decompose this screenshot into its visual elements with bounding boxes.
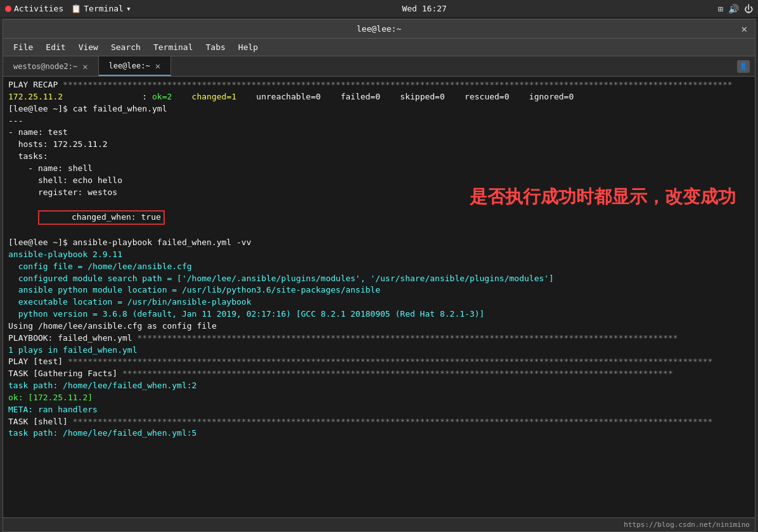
terminal-line: PLAYBOOK: failed_when.yml **************… [8, 332, 750, 345]
terminal-line: python version = 3.6.8 (default, Jan 11 … [8, 308, 750, 320]
network-icon[interactable]: ⊞ [718, 4, 723, 14]
terminal-line: ansible-playbook 2.9.11 [8, 249, 750, 261]
terminal-content[interactable]: PLAY RECAP *****************************… [3, 77, 755, 517]
tab-bar: westos@node2:~ ✕ lee@lee:~ ✕ 👤 [3, 56, 755, 77]
tab-westos-label: westos@node2:~ [13, 62, 77, 71]
tab-bar-right: 👤 [737, 56, 755, 76]
terminal-line: - name: shell [8, 163, 750, 175]
system-bar-left: Activities 📋 Terminal ▾ [5, 4, 131, 13]
terminal-line: META: ran handlers [8, 404, 750, 416]
terminal-line: tasks: [8, 151, 750, 163]
menu-view[interactable]: View [74, 41, 103, 53]
terminal-line: [lee@lee ~]$ cat failed_when.yml [8, 103, 750, 115]
system-clock: Wed 16:27 [402, 4, 446, 13]
window-titlebar: lee@lee:~ ✕ [3, 20, 755, 39]
tab-westos-node2[interactable]: westos@node2:~ ✕ [3, 56, 99, 76]
menu-file[interactable]: File [8, 41, 38, 53]
tab-lee-close[interactable]: ✕ [155, 61, 160, 71]
terminal-menu-label: Terminal [84, 4, 124, 13]
terminal-line: PLAY RECAP *****************************… [8, 79, 750, 91]
gnome-logo [5, 6, 11, 12]
terminal-line: - name: test [8, 127, 750, 139]
terminal-menu-arrow: ▾ [126, 4, 131, 13]
tab-lee-label: lee@lee:~ [109, 61, 150, 70]
bottom-bar: https://blog.csdn.net/ninimino [3, 517, 755, 531]
window-close-button[interactable]: ✕ [741, 23, 747, 35]
terminal-line: Using /home/lee/ansible.cfg as config fi… [8, 320, 750, 332]
terminal-line: configured module search path = ['/home/… [8, 273, 750, 285]
menu-terminal[interactable]: Terminal [148, 41, 198, 53]
system-bar: Activities 📋 Terminal ▾ Wed 16:27 ⊞ 🔊 ⏻ [0, 0, 758, 18]
menu-tabs[interactable]: Tabs [201, 41, 231, 53]
terminal-line: [lee@lee ~]$ ansible-playbook failed_whe… [8, 237, 750, 249]
menu-search[interactable]: Search [106, 41, 146, 53]
terminal-menu[interactable]: 📋 Terminal ▾ [71, 4, 131, 13]
activities-button[interactable]: Activities [5, 4, 63, 13]
terminal-window: lee@lee:~ ✕ File Edit View Search Termin… [3, 19, 755, 532]
terminal-line: config file = /home/lee/ansible.cfg [8, 261, 750, 273]
menu-help[interactable]: Help [233, 41, 263, 53]
terminal-line-annotated: changed_when: true [8, 198, 750, 237]
system-bar-right: ⊞ 🔊 ⏻ [718, 4, 753, 14]
terminal-line: --- [8, 115, 750, 127]
terminal-line: TASK [Gathering Facts] *****************… [8, 368, 750, 380]
terminal-icon: 📋 [71, 4, 81, 13]
window-title: lee@lee:~ [357, 24, 401, 34]
terminal-line: TASK [shell] ***************************… [8, 416, 750, 428]
terminal-line: task path: /home/lee/failed_when.yml:2 [8, 380, 750, 392]
url-display: https://blog.csdn.net/ninimino [624, 521, 750, 529]
power-icon[interactable]: ⏻ [744, 4, 753, 14]
terminal-line: 1 plays in failed_when.yml [8, 345, 750, 357]
menu-edit[interactable]: Edit [41, 41, 70, 53]
tab-westos-close[interactable]: ✕ [82, 61, 87, 72]
terminal-line: ok: [172.25.11.2] [8, 392, 750, 404]
volume-icon[interactable]: 🔊 [728, 4, 739, 14]
terminal-line: hosts: 172.25.11.2 [8, 139, 750, 151]
terminal-line: task path: /home/lee/failed_when.yml:5 [8, 428, 750, 440]
terminal-line: ansible python module location = /usr/li… [8, 284, 750, 296]
tab-lee[interactable]: lee@lee:~ ✕ [99, 56, 171, 76]
terminal-line: 172.25.11.2 : ok=2 changed=1 unreachable… [8, 91, 750, 103]
terminal-line: shell: echo hello [8, 175, 750, 187]
menu-bar: File Edit View Search Terminal Tabs Help [3, 39, 755, 56]
terminal-line: executable location = /usr/bin/ansible-p… [8, 296, 750, 308]
activities-label: Activities [14, 4, 63, 13]
terminal-line: register: westos [8, 187, 750, 199]
terminal-line: PLAY [test] ****************************… [8, 356, 750, 368]
user-icon[interactable]: 👤 [737, 60, 750, 73]
